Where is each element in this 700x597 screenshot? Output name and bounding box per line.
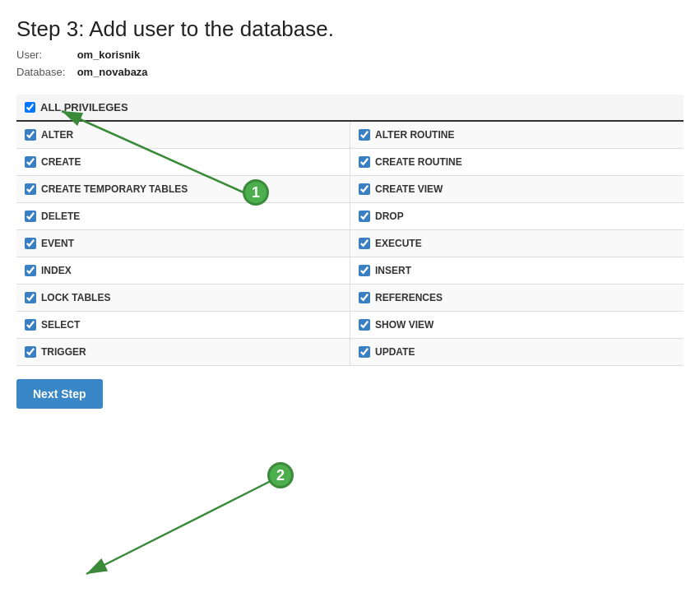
privilege-label-right-4[interactable]: EXECUTE [375,238,422,249]
privilege-checkbox-left-0[interactable] [25,129,36,141]
privilege-row: SELECT SHOW VIEW [16,312,684,339]
privilege-cell-right: DROP [350,203,684,229]
privilege-checkbox-right-4[interactable] [359,238,370,249]
privilege-checkbox-left-8[interactable] [25,346,36,358]
privilege-label-left-5[interactable]: INDEX [41,265,72,276]
privilege-label-right-6[interactable]: REFERENCES [375,292,443,303]
privilege-cell-right: INSERT [350,257,684,284]
privilege-checkbox-left-5[interactable] [25,265,36,276]
privileges-container: ALL PRIVILEGES ALTER ALTER ROUTINE CREAT… [16,95,684,366]
privilege-label-left-3[interactable]: DELETE [41,211,80,222]
privilege-label-left-8[interactable]: TRIGGER [41,346,86,358]
privilege-cell-right: SHOW VIEW [350,312,684,338]
privilege-checkbox-right-2[interactable] [359,183,370,195]
privileges-list: ALTER ALTER ROUTINE CREATE CREATE ROUTIN… [16,122,684,366]
next-step-button[interactable]: Next Step [16,379,103,409]
privilege-label-right-1[interactable]: CREATE ROUTINE [375,156,462,168]
privilege-row: DELETE DROP [16,203,684,230]
annotation-circle-2: 2 [267,462,294,488]
privilege-row: ALTER ALTER ROUTINE [16,122,684,149]
privilege-row: EVENT EXECUTE [16,230,684,257]
privilege-label-left-0[interactable]: ALTER [41,129,73,141]
privilege-checkbox-right-6[interactable] [359,292,370,303]
privilege-row: LOCK TABLES REFERENCES [16,285,684,312]
privilege-label-right-3[interactable]: DROP [375,211,404,222]
privilege-cell-left: LOCK TABLES [16,285,350,311]
privilege-checkbox-right-3[interactable] [359,211,370,222]
privilege-cell-left: TRIGGER [16,339,350,365]
privilege-cell-left: SELECT [16,312,350,338]
privilege-cell-right: REFERENCES [350,285,684,311]
privilege-label-right-0[interactable]: ALTER ROUTINE [375,129,454,141]
privilege-cell-right: ALTER ROUTINE [350,122,684,148]
privilege-label-right-7[interactable]: SHOW VIEW [375,319,433,331]
privilege-label-left-4[interactable]: EVENT [41,238,74,249]
all-privileges-label[interactable]: ALL PRIVILEGES [25,101,128,113]
privilege-cell-left: INDEX [16,257,350,284]
annotation-circle-1: 1 [243,179,269,206]
database-value: om_novabaza [77,66,148,78]
user-label: User: [16,47,74,64]
privilege-row: INDEX INSERT [16,257,684,285]
privilege-checkbox-right-7[interactable] [359,319,370,331]
svg-line-3 [86,479,276,574]
all-privileges-checkbox[interactable] [25,102,35,113]
privilege-checkbox-right-5[interactable] [359,265,370,276]
privilege-cell-left: CREATE [16,149,350,175]
privilege-checkbox-left-4[interactable] [25,238,36,249]
privilege-cell-left: ALTER [16,122,350,148]
privilege-label-left-2[interactable]: CREATE TEMPORARY TABLES [41,183,188,195]
privilege-cell-right: CREATE ROUTINE [350,149,684,175]
privilege-cell-left: DELETE [16,203,350,229]
page-title: Step 3: Add user to the database. [16,16,684,42]
privilege-label-right-8[interactable]: UPDATE [375,346,415,358]
privilege-cell-right: EXECUTE [350,230,684,257]
privilege-row: CREATE CREATE ROUTINE [16,149,684,176]
privilege-row: TRIGGER UPDATE [16,339,684,366]
privilege-checkbox-left-2[interactable] [25,183,36,195]
privilege-label-left-7[interactable]: SELECT [41,319,80,331]
privilege-row: CREATE TEMPORARY TABLES CREATE VIEW [16,176,684,203]
user-value: om_korisnik [77,49,141,61]
privilege-label-right-5[interactable]: INSERT [375,265,411,276]
privilege-checkbox-right-8[interactable] [359,346,370,358]
privilege-cell-right: UPDATE [350,339,684,365]
privilege-label-left-6[interactable]: LOCK TABLES [41,292,110,303]
privilege-cell-left: EVENT [16,230,350,257]
privilege-cell-right: CREATE VIEW [350,176,684,202]
privilege-checkbox-left-7[interactable] [25,319,36,331]
privilege-label-left-1[interactable]: CREATE [41,156,81,168]
privilege-checkbox-right-0[interactable] [359,129,370,141]
privilege-checkbox-left-3[interactable] [25,211,36,222]
privilege-checkbox-left-6[interactable] [25,292,36,303]
privilege-label-right-2[interactable]: CREATE VIEW [375,183,443,195]
user-info: User: om_korisnik Database: om_novabaza [16,47,684,81]
privilege-cell-left: CREATE TEMPORARY TABLES [16,176,350,202]
all-privileges-row: ALL PRIVILEGES [16,95,684,122]
database-label: Database: [16,64,74,81]
privilege-checkbox-left-1[interactable] [25,156,36,168]
privilege-checkbox-right-1[interactable] [359,156,370,168]
